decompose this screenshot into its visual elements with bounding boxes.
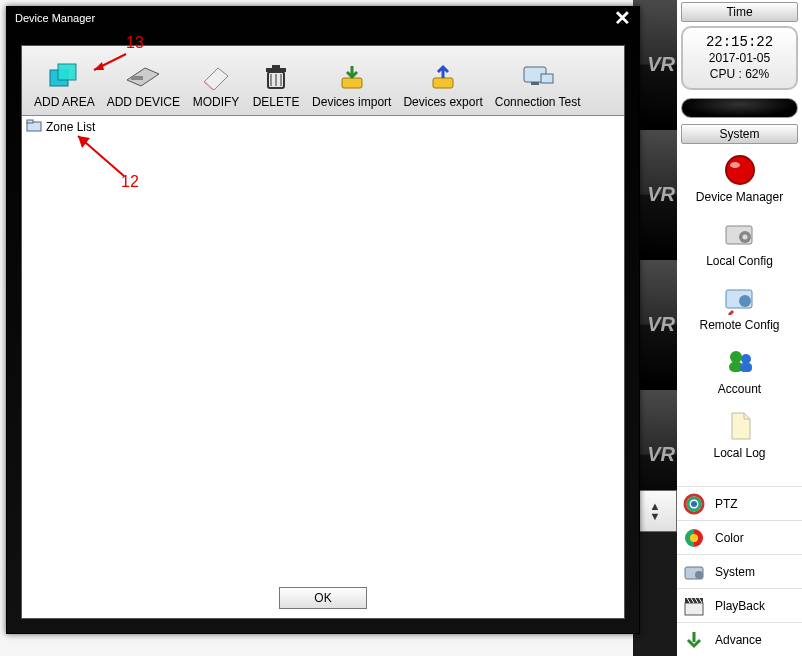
svg-point-6 — [739, 295, 751, 307]
tool-ptz[interactable]: PTZ — [677, 486, 802, 520]
svg-rect-23 — [266, 68, 286, 72]
label: Device Manager — [696, 190, 783, 204]
label: System — [715, 565, 755, 579]
label: Local Log — [713, 446, 765, 460]
tool-color[interactable]: Color — [677, 520, 802, 554]
label: Remote Config — [699, 318, 779, 332]
tool-advance[interactable]: Advance — [677, 622, 802, 656]
devices-export-button[interactable]: Devices export — [397, 55, 488, 115]
svg-rect-29 — [541, 74, 553, 83]
label: Account — [718, 382, 761, 396]
chevron-down-icon: ▼ — [650, 511, 661, 521]
dialog-title: Device Manager — [15, 12, 95, 24]
add-area-button[interactable]: ADD AREA — [28, 55, 101, 115]
users-icon — [722, 344, 758, 380]
svg-rect-25 — [342, 78, 362, 88]
zone-tree[interactable]: Zone List — [22, 116, 624, 578]
add-device-button[interactable]: ADD DEVICE — [101, 55, 186, 115]
sidebar-device-manager[interactable]: Device Manager — [677, 148, 802, 212]
clock: 22:15:22 — [683, 34, 796, 50]
svg-rect-28 — [531, 82, 539, 85]
modify-button[interactable]: MODIFY — [186, 55, 246, 115]
label: MODIFY — [193, 95, 240, 109]
label: PTZ — [715, 497, 738, 511]
ok-button[interactable]: OK — [279, 587, 367, 609]
document-icon — [722, 408, 758, 444]
monitor-icon — [514, 59, 562, 95]
svg-point-1 — [730, 162, 740, 168]
svg-point-7 — [730, 351, 742, 363]
label: DELETE — [253, 95, 300, 109]
svg-rect-10 — [740, 363, 752, 372]
label: PlayBack — [715, 599, 765, 613]
svg-rect-21 — [131, 76, 143, 80]
sidebar-account[interactable]: Account — [677, 340, 802, 404]
sidebar-local-config[interactable]: Local Config — [677, 212, 802, 276]
svg-rect-24 — [272, 65, 280, 68]
svg-rect-20 — [58, 64, 76, 80]
svg-rect-31 — [27, 120, 33, 123]
svg-point-4 — [742, 235, 747, 240]
label: ADD DEVICE — [107, 95, 180, 109]
trash-icon — [252, 59, 300, 95]
label: Color — [715, 531, 744, 545]
svg-point-16 — [695, 571, 703, 579]
time-panel: 22:15:22 2017-01-05 CPU : 62% — [681, 26, 798, 90]
zone-list-root[interactable]: Zone List — [46, 120, 95, 134]
svg-rect-17 — [685, 603, 703, 615]
gear-icon — [681, 559, 707, 585]
svg-point-13 — [691, 501, 697, 507]
delete-button[interactable]: DELETE — [246, 55, 306, 115]
color-icon — [681, 525, 707, 551]
label: ADD AREA — [34, 95, 95, 109]
tool-playback[interactable]: PlayBack — [677, 588, 802, 622]
svg-point-9 — [741, 354, 751, 364]
connection-test-button[interactable]: Connection Test — [489, 55, 587, 115]
export-icon — [419, 59, 467, 95]
device-icon — [119, 59, 167, 95]
close-icon[interactable]: ✕ — [614, 11, 631, 25]
sidebar-remote-config[interactable]: Remote Config — [677, 276, 802, 340]
arrow-down-icon — [681, 627, 707, 653]
svg-point-0 — [726, 156, 754, 184]
label: Local Config — [706, 254, 773, 268]
system-header: System — [681, 124, 798, 144]
folder-icon — [26, 118, 42, 135]
label: Devices export — [403, 95, 482, 109]
remote-folder-icon — [722, 280, 758, 316]
sidebar-local-log[interactable]: Local Log — [677, 404, 802, 468]
eraser-icon — [192, 59, 240, 95]
record-button-icon — [722, 152, 758, 188]
label: Advance — [715, 633, 762, 647]
ptz-icon — [681, 491, 707, 517]
date: 2017-01-05 — [683, 50, 796, 66]
dialog-toolbar: ADD AREA ADD DEVICE MODIFY DELETE — [22, 46, 624, 116]
import-icon — [328, 59, 376, 95]
cpu-usage: CPU : 62% — [683, 66, 796, 82]
label: Devices import — [312, 95, 391, 109]
devices-import-button[interactable]: Devices import — [306, 55, 397, 115]
time-header: Time — [681, 2, 798, 22]
gear-folder-icon — [722, 216, 758, 252]
device-manager-dialog: Device Manager ✕ ADD AREA ADD DEVICE MO — [6, 6, 640, 634]
tool-system[interactable]: System — [677, 554, 802, 588]
status-pill — [681, 98, 798, 118]
area-icon — [40, 59, 88, 95]
svg-rect-26 — [433, 78, 453, 88]
clapper-icon — [681, 593, 707, 619]
svg-point-14 — [690, 534, 698, 542]
label: Connection Test — [495, 95, 581, 109]
